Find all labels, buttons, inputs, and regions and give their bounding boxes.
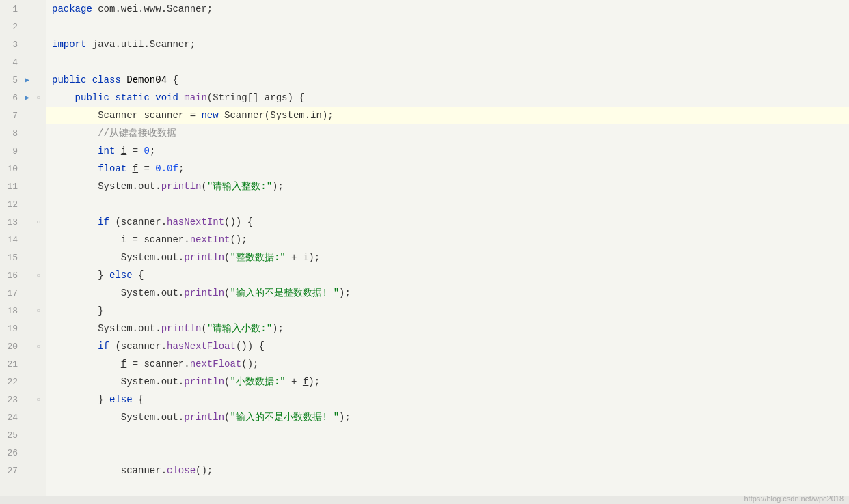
token: out: [138, 320, 155, 337]
token: class: [92, 71, 126, 89]
token: = scanner.: [126, 355, 189, 373]
token: [115, 142, 120, 160]
token: hasNextFloat: [167, 337, 236, 355]
token: (scanner.: [109, 337, 167, 355]
token: }: [52, 391, 109, 408]
token: println: [184, 408, 224, 426]
gutter-line-21: 21: [0, 355, 46, 373]
token: .: [178, 408, 184, 426]
gutter-line-10: 10: [0, 160, 46, 178]
gutter-line-17: 17: [0, 284, 46, 302]
fold-marker[interactable]: ○: [33, 307, 44, 315]
token: );: [308, 373, 320, 391]
token: System.: [52, 178, 138, 195]
token: f: [133, 160, 138, 178]
line-number: 5: [0, 75, 22, 85]
line-number: 16: [0, 270, 22, 281]
token: [126, 160, 132, 178]
line-number: 2: [0, 22, 22, 32]
token: i = scanner.: [52, 231, 190, 249]
line-number: 10: [0, 164, 22, 174]
token: in: [310, 107, 322, 124]
gutter-line-7: 7: [0, 107, 46, 124]
token: System.: [52, 249, 161, 266]
fold-marker[interactable]: ○: [33, 272, 44, 279]
token: =: [126, 142, 144, 160]
line-number: 26: [0, 448, 22, 458]
token: {: [172, 71, 178, 89]
token: "整数数据:": [230, 249, 285, 266]
token: {: [133, 391, 144, 408]
gutter-line-13: 13○: [0, 213, 46, 231]
gutter-line-9: 9: [0, 142, 46, 160]
token: .: [155, 178, 161, 195]
token: println: [184, 249, 224, 266]
token: ();: [241, 355, 258, 373]
code-line-7: Scanner scanner = new Scanner(System.in)…: [46, 107, 849, 124]
token: "小数数据:": [230, 373, 285, 391]
code-line-23: } else {: [46, 391, 849, 408]
line-number: 3: [0, 40, 22, 50]
token: .: [155, 320, 161, 337]
token: 0.0f: [155, 160, 178, 178]
token: int: [98, 142, 115, 160]
token: System.: [52, 408, 161, 426]
token: "请输入整数:": [207, 178, 272, 195]
token: static: [115, 89, 155, 107]
code-line-24: System.out.println("输入的不是小数数据! ");: [46, 408, 849, 426]
token: nextInt: [190, 231, 230, 249]
fold-marker[interactable]: ○: [33, 396, 44, 404]
gutter-line-2: 2: [0, 18, 46, 36]
code-line-5: public class Demon04 {: [46, 71, 849, 89]
token: com.wei.www.Scanner;: [98, 0, 213, 18]
line-number: 27: [0, 466, 22, 476]
gutter-line-16: 16○: [0, 266, 46, 284]
fold-arrow[interactable]: ▶: [22, 94, 33, 102]
token: =: [138, 160, 155, 178]
line-number: 22: [0, 377, 22, 387]
gutter-line-15: 15: [0, 249, 46, 266]
gutter-line-26: 26: [0, 444, 46, 462]
token: public: [52, 71, 92, 89]
token: {: [133, 266, 144, 284]
fold-marker[interactable]: ○: [33, 343, 44, 350]
token: + i);: [286, 249, 320, 266]
token: );: [272, 320, 284, 337]
gutter-line-22: 22: [0, 373, 46, 391]
token: import: [52, 36, 92, 53]
line-number: 12: [0, 199, 22, 210]
fold-marker[interactable]: ○: [33, 219, 44, 226]
line-gutter: 12345▶6▶○78910111213○141516○1718○1920○21…: [0, 0, 46, 496]
code-line-4: [46, 53, 849, 71]
code-line-16: } else {: [46, 266, 849, 284]
line-number: 1: [0, 4, 22, 14]
line-number: 9: [0, 146, 22, 156]
gutter-line-3: 3: [0, 36, 46, 53]
line-number: 7: [0, 111, 22, 121]
watermark: https://blog.csdn.net/wpc2018: [744, 494, 844, 503]
horizontal-scrollbar[interactable]: [0, 496, 849, 504]
code-editor: 12345▶6▶○78910111213○141516○1718○1920○21…: [0, 0, 849, 504]
token: );: [322, 107, 334, 124]
token: 0: [144, 142, 149, 160]
line-number: 19: [0, 324, 22, 334]
token: out: [161, 249, 178, 266]
token: close: [167, 462, 196, 479]
code-line-1: package com.wei.www.Scanner;: [46, 0, 849, 18]
fold-arrow[interactable]: ▶: [22, 76, 33, 84]
fold-marker[interactable]: ○: [33, 94, 44, 102]
token: else: [109, 391, 133, 408]
gutter-line-19: 19: [0, 320, 46, 337]
code-line-11: System.out.println("请输入整数:");: [46, 178, 849, 195]
token: .: [178, 373, 184, 391]
line-number: 17: [0, 288, 22, 298]
line-number: 8: [0, 128, 22, 139]
token: );: [339, 408, 351, 426]
code-line-27: scanner.close();: [46, 462, 849, 479]
token: if: [98, 337, 109, 355]
gutter-line-11: 11: [0, 178, 46, 195]
token: (: [224, 249, 230, 266]
token: else: [109, 266, 133, 284]
line-number: 6: [0, 93, 22, 103]
token: scanner: [144, 107, 184, 124]
